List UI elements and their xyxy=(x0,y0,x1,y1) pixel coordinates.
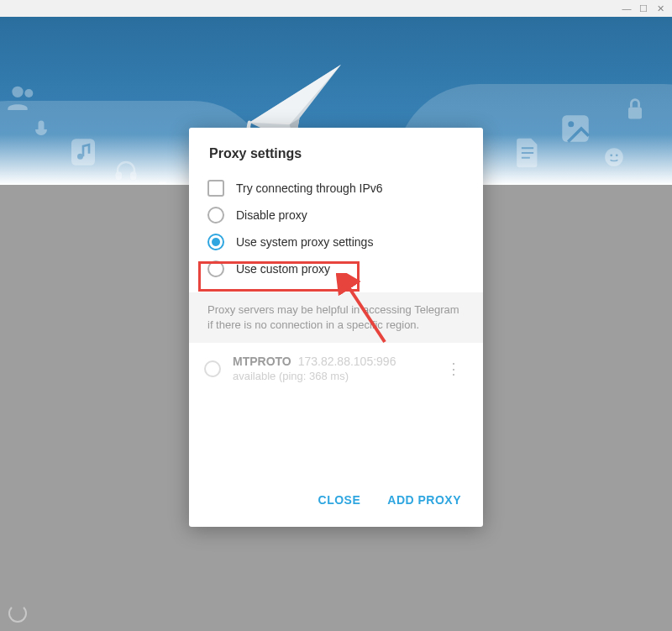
checkbox-icon xyxy=(207,180,224,197)
option-label: Try connecting through IPv6 xyxy=(236,181,383,195)
music-file-icon xyxy=(66,134,101,173)
option-use-custom-proxy[interactable]: Use custom proxy xyxy=(207,255,465,282)
proxy-settings-dialog: Proxy settings Try connecting through IP… xyxy=(189,128,483,527)
svg-point-1 xyxy=(24,89,33,97)
option-use-system-proxy[interactable]: Use system proxy settings xyxy=(207,229,465,255)
option-label: Use custom proxy xyxy=(236,262,330,276)
mic-icon xyxy=(29,118,53,145)
help-text: Proxy servers may be helpful in accessin… xyxy=(189,292,483,343)
radio-icon-selected xyxy=(207,234,224,250)
close-button[interactable]: CLOSE xyxy=(315,488,365,512)
option-try-ipv6[interactable]: Try connecting through IPv6 xyxy=(207,175,465,202)
headphones-icon xyxy=(113,158,139,185)
svg-rect-5 xyxy=(117,173,121,180)
proxy-entry[interactable]: MTPROTO 173.82.88.105:996 available (pin… xyxy=(204,355,468,382)
minimize-button[interactable]: — xyxy=(622,3,632,13)
kebab-menu-icon[interactable]: ⋮ xyxy=(439,356,468,381)
svg-point-11 xyxy=(568,121,574,127)
svg-rect-15 xyxy=(628,108,642,119)
option-disable-proxy[interactable]: Disable proxy xyxy=(207,202,465,229)
close-window-button[interactable]: ✕ xyxy=(655,3,665,13)
camera-icon xyxy=(151,178,173,185)
photo-file-icon xyxy=(558,111,593,150)
svg-point-0 xyxy=(12,87,23,97)
radio-icon xyxy=(207,207,224,223)
loading-spinner-icon xyxy=(8,604,27,623)
proxy-address: 173.82.88.105:996 xyxy=(298,355,396,368)
svg-point-13 xyxy=(610,154,612,156)
proxy-info: MTPROTO 173.82.88.105:996 available (pin… xyxy=(233,355,428,382)
proxy-type: MTPROTO xyxy=(233,355,291,368)
dialog-button-row: CLOSE ADD PROXY xyxy=(189,476,483,527)
option-label: Disable proxy xyxy=(236,208,307,222)
option-label: Use system proxy settings xyxy=(236,235,373,249)
add-proxy-button[interactable]: ADD PROXY xyxy=(384,488,465,512)
radio-icon xyxy=(204,360,221,377)
doc-icon xyxy=(512,136,543,173)
people-icon xyxy=(5,81,39,118)
dialog-title: Proxy settings xyxy=(189,128,483,175)
titlebar: — ☐ ✕ xyxy=(0,0,672,17)
svg-rect-6 xyxy=(131,173,135,180)
svg-point-12 xyxy=(605,148,623,166)
svg-point-14 xyxy=(616,154,618,156)
smile-icon xyxy=(603,146,625,171)
proxy-status: available (ping: 368 ms) xyxy=(233,370,428,382)
proxy-options-group: Try connecting through IPv6 Disable prox… xyxy=(189,175,483,292)
radio-icon xyxy=(207,260,224,277)
proxy-list: MTPROTO 173.82.88.105:996 available (pin… xyxy=(189,343,483,476)
lock-icon xyxy=(623,96,647,126)
maximize-button[interactable]: ☐ xyxy=(638,3,648,13)
svg-rect-10 xyxy=(562,115,589,142)
